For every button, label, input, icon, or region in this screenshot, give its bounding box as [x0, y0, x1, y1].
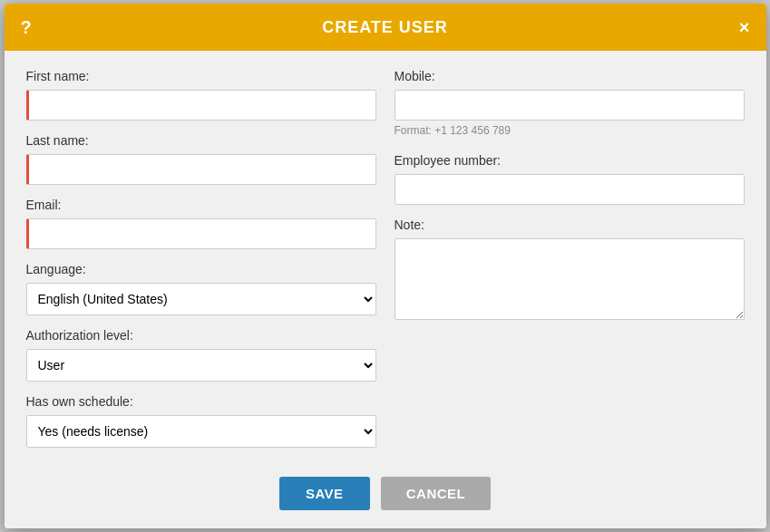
auth-level-select[interactable]: User Admin Manager: [26, 349, 376, 382]
mobile-format-hint: Format: +1 123 456 789: [395, 124, 745, 137]
save-button[interactable]: SAVE: [279, 477, 370, 510]
dialog-header: ? CREATE USER ×: [5, 4, 766, 51]
last-name-input[interactable]: [26, 154, 376, 185]
email-label: Email:: [26, 198, 376, 212]
left-column: First name: Last name: Email: Language: …: [26, 69, 376, 448]
note-label: Note:: [395, 218, 745, 232]
note-textarea[interactable]: [395, 238, 745, 320]
dialog-footer: SAVE CANCEL: [5, 462, 766, 528]
dialog-body: First name: Last name: Email: Language: …: [5, 51, 766, 462]
create-user-dialog: ? CREATE USER × First name: Last name: E…: [5, 4, 766, 528]
has-schedule-select[interactable]: Yes (needs license) No: [26, 415, 376, 448]
first-name-label: First name:: [26, 69, 376, 83]
employee-number-label: Employee number:: [395, 153, 745, 168]
first-name-input[interactable]: [26, 90, 376, 121]
close-icon[interactable]: ×: [728, 17, 750, 38]
dialog-title: CREATE USER: [43, 18, 728, 37]
language-label: Language:: [26, 262, 376, 276]
mobile-input[interactable]: [395, 90, 745, 121]
email-input[interactable]: [26, 218, 376, 249]
mobile-label: Mobile:: [395, 69, 745, 83]
help-icon[interactable]: ?: [21, 17, 43, 38]
language-select[interactable]: English (United States) French Spanish G…: [26, 283, 376, 315]
has-schedule-label: Has own schedule:: [26, 394, 376, 409]
auth-level-label: Authorization level:: [26, 328, 376, 343]
employee-number-input[interactable]: [395, 174, 745, 205]
right-column: Mobile: Format: +1 123 456 789 Employee …: [395, 69, 745, 448]
last-name-label: Last name:: [26, 133, 376, 148]
cancel-button[interactable]: CANCEL: [381, 477, 492, 510]
